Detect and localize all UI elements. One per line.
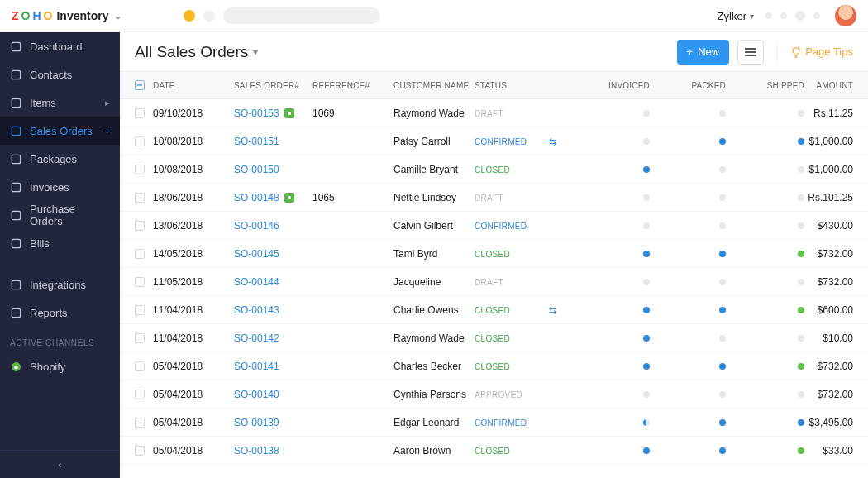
row-checkbox[interactable]: [135, 305, 145, 315]
row-checkbox[interactable]: [135, 136, 145, 146]
svg-rect-7: [12, 239, 20, 247]
row-checkbox[interactable]: [135, 277, 145, 287]
cell-amount: $732.00: [804, 276, 853, 288]
chevron-left-icon: ‹: [58, 458, 61, 471]
plus-icon[interactable]: +: [105, 126, 110, 136]
table-row[interactable]: 18/06/2018SO-001481065Nettie LindseyDRAF…: [120, 184, 868, 212]
sidebar-item-label: Bills: [30, 237, 110, 250]
brand[interactable]: ZOHO Inventory ⌄: [12, 9, 122, 22]
cell-reference: 1065: [312, 192, 393, 203]
table-row[interactable]: 05/04/2018SO-00138Aaron BrownCLOSED$33.0…: [120, 437, 868, 465]
table-row[interactable]: 11/04/2018SO-00142Raymond WadeCLOSED$10.…: [120, 324, 868, 352]
col-header-date[interactable]: DATE: [153, 81, 234, 90]
cell-amount: $33.00: [804, 445, 853, 456]
sidebar-item-contacts[interactable]: Contacts: [0, 60, 120, 88]
sidebar-item-integrations[interactable]: Integrations: [0, 270, 120, 299]
search-placeholder[interactable]: [223, 7, 380, 24]
sidebar-item-dashboard[interactable]: Dashboard: [0, 32, 120, 60]
svg-rect-9: [12, 308, 20, 317]
cell-date: 05/04/2018: [153, 417, 234, 428]
col-header-packed[interactable]: PACKED: [650, 81, 726, 90]
cell-amount: $10.00: [804, 332, 853, 344]
status-badge: CLOSED: [475, 362, 510, 371]
packed-dot: [719, 251, 726, 257]
row-checkbox[interactable]: [135, 249, 145, 259]
row-checkbox[interactable]: [135, 193, 145, 203]
sidebar-item-sales-orders[interactable]: Sales Orders+: [0, 117, 120, 145]
sales-order-link[interactable]: SO-00139: [234, 417, 279, 428]
row-checkbox[interactable]: [135, 446, 145, 456]
row-checkbox[interactable]: [135, 221, 145, 231]
table-row[interactable]: 11/05/2018SO-00144JacquelineDRAFT$732.00: [120, 268, 868, 296]
row-checkbox[interactable]: [135, 418, 145, 428]
header-action-dot[interactable]: [780, 12, 787, 19]
table-row[interactable]: 05/04/2018SO-00140Cynthia ParsonsAPPROVE…: [120, 380, 868, 409]
sidebar-item-invoices[interactable]: Invoices: [0, 173, 120, 201]
list-options-button[interactable]: [737, 40, 764, 65]
sidebar-channel-shopify[interactable]: Shopify: [0, 352, 120, 380]
sidebar-item-label: Integrations: [30, 279, 110, 291]
sales-order-link[interactable]: SO-00143: [234, 304, 279, 316]
status-badge: DRAFT: [475, 109, 503, 118]
row-checkbox[interactable]: [135, 361, 145, 371]
col-header-status[interactable]: STATUS: [475, 81, 549, 90]
org-switcher[interactable]: Zylker ▾: [718, 10, 754, 22]
sales-order-link[interactable]: SO-00145: [234, 248, 279, 260]
table-row[interactable]: 10/08/2018SO-00151Patsy CarrollCONFIRMED…: [120, 127, 868, 155]
sales-order-link[interactable]: SO-00142: [234, 332, 279, 344]
table-row[interactable]: 11/04/2018SO-00143Charlie OwensCLOSED⇆$6…: [120, 296, 868, 324]
status-badge: CLOSED: [475, 334, 510, 343]
col-header-invoiced[interactable]: INVOICED: [574, 81, 650, 90]
invoiced-dot: [643, 335, 650, 342]
sales-order-link[interactable]: SO-00151: [234, 136, 279, 147]
sidebar-item-purchase-orders[interactable]: Purchase Orders: [0, 201, 120, 229]
header-action-dot[interactable]: [795, 11, 805, 21]
table-row[interactable]: 05/04/2018SO-00139Edgar LeonardCONFIRMED…: [120, 409, 868, 437]
cell-amount: $3,495.00: [804, 417, 853, 428]
sidebar-item-reports[interactable]: Reports: [0, 299, 120, 327]
table-row[interactable]: 05/04/2018SO-00141Charles BeckerCLOSED$7…: [120, 352, 868, 380]
sidebar-item-label: Shopify: [30, 361, 110, 373]
header-action-dot[interactable]: [765, 12, 772, 19]
col-header-shipped[interactable]: SHIPPED: [726, 81, 804, 90]
table-row[interactable]: 13/06/2018SO-00146Calvin GilbertCONFIRME…: [120, 212, 868, 240]
row-checkbox[interactable]: [135, 333, 145, 343]
cell-customer: Edgar Leonard: [393, 417, 475, 428]
sidebar-collapse[interactable]: ‹: [0, 450, 120, 478]
row-checkbox[interactable]: [135, 390, 145, 399]
select-all-checkbox[interactable]: [135, 80, 145, 90]
sales-order-link[interactable]: SO-00150: [234, 164, 279, 175]
table-row[interactable]: 10/08/2018SO-00150Camille BryantCLOSED$1…: [120, 155, 868, 184]
col-header-so[interactable]: SALES ORDER#: [234, 81, 312, 90]
table-row[interactable]: 09/10/2018SO-001531069Raymond WadeDRAFTR…: [120, 99, 868, 127]
sidebar-item-items[interactable]: Items▸: [0, 88, 120, 117]
svg-rect-2: [12, 98, 20, 107]
sales-order-link[interactable]: SO-00138: [234, 445, 279, 456]
sales-order-link[interactable]: SO-00144: [234, 276, 279, 288]
shipped-dot: [798, 110, 804, 117]
sidebar-item-bills[interactable]: Bills: [0, 229, 120, 257]
page-tips-link[interactable]: Page Tips: [791, 45, 853, 58]
row-checkbox[interactable]: [135, 108, 145, 118]
table-row[interactable]: 14/05/2018SO-00145Tami ByrdCLOSED$732.00: [120, 240, 868, 268]
packed-dot: [719, 335, 726, 342]
new-button[interactable]: + New: [677, 40, 730, 65]
sales-order-link[interactable]: SO-00141: [234, 361, 279, 372]
svg-rect-5: [12, 183, 20, 191]
sales-order-link[interactable]: SO-00153: [234, 108, 279, 119]
invoiced-dot: [643, 363, 650, 370]
cell-customer: Aaron Brown: [393, 445, 475, 456]
header-action-dot[interactable]: [813, 12, 820, 19]
view-title-dropdown[interactable]: All Sales Orders ▾: [135, 43, 258, 61]
row-checkbox[interactable]: [135, 165, 145, 174]
col-header-amount[interactable]: AMOUNT: [804, 81, 853, 90]
sales-order-link[interactable]: SO-00148: [234, 192, 279, 203]
sales-order-link[interactable]: SO-00140: [234, 389, 279, 400]
col-header-customer[interactable]: CUSTOMER NAME: [393, 81, 475, 90]
avatar[interactable]: [835, 5, 856, 26]
sales-order-link[interactable]: SO-00146: [234, 220, 279, 232]
cell-amount: $1,000.00: [804, 136, 853, 147]
user-icon: [10, 69, 21, 80]
sidebar-item-packages[interactable]: Packages: [0, 145, 120, 173]
col-header-ref[interactable]: REFERENCE#: [312, 81, 393, 90]
